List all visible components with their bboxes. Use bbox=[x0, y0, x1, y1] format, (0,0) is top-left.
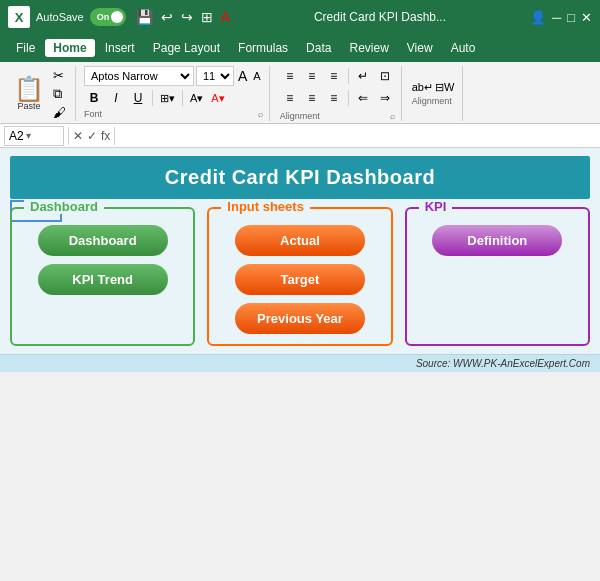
alignment-group-dialog[interactable]: ⌕ bbox=[390, 111, 395, 121]
menu-insert[interactable]: Insert bbox=[97, 39, 143, 57]
cell-ref-dropdown[interactable]: ▾ bbox=[26, 130, 31, 141]
title-bar-icons: 💾 ↩ ↪ ⊞ A bbox=[136, 9, 230, 25]
confirm-formula-icon[interactable]: ✓ bbox=[87, 129, 97, 143]
menu-view[interactable]: View bbox=[399, 39, 441, 57]
maximize-icon[interactable]: □ bbox=[567, 10, 575, 25]
formula-icons: ✕ ✓ fx bbox=[73, 129, 110, 143]
menu-formulas[interactable]: Formulas bbox=[230, 39, 296, 57]
align-right-button[interactable]: ≡ bbox=[324, 88, 344, 108]
input-panel-buttons: Actual Target Previous Year bbox=[219, 221, 380, 334]
formula-divider bbox=[68, 127, 69, 145]
source-text: Source: WWW.PK-AnExcelExpert.Com bbox=[416, 358, 590, 369]
content-area: Dashboard Dashboard KPI Trend Input shee… bbox=[0, 199, 600, 354]
title-bar-right: 👤 ─ □ ✕ bbox=[530, 10, 592, 25]
source-bar: Source: WWW.PK-AnExcelExpert.Com bbox=[0, 354, 600, 372]
definition-button[interactable]: Definition bbox=[432, 225, 562, 256]
copy-button[interactable]: ⧉ bbox=[50, 85, 69, 103]
kpi-panel: KPI Definition bbox=[405, 207, 590, 346]
menu-home[interactable]: Home bbox=[45, 39, 94, 57]
dashboard-header: Credit Card KPI Dashboard bbox=[10, 156, 590, 199]
paste-icon: 📋 bbox=[14, 77, 44, 101]
undo-icon[interactable]: ↩ bbox=[161, 9, 173, 25]
dashboard-button[interactable]: Dashboard bbox=[38, 225, 168, 256]
spreadsheet-area: Credit Card KPI Dashboard Dashboard Dash… bbox=[0, 148, 600, 372]
menu-auto[interactable]: Auto bbox=[443, 39, 484, 57]
dashboard-panel-buttons: Dashboard KPI Trend bbox=[22, 221, 183, 295]
align-top-button[interactable]: ≡ bbox=[280, 66, 300, 86]
target-button[interactable]: Target bbox=[235, 264, 365, 295]
bold-button[interactable]: B bbox=[84, 88, 104, 108]
number-format-button[interactable]: ab↵ bbox=[412, 81, 433, 94]
input-panel-title: Input sheets bbox=[221, 199, 310, 214]
user-icon[interactable]: 👤 bbox=[530, 10, 546, 25]
menu-bar: File Home Insert Page Layout Formulas Da… bbox=[0, 34, 600, 62]
grid-icon[interactable]: ⊞ bbox=[201, 9, 213, 25]
wrap-merge-group: ab↵ ⊟W Alignment bbox=[404, 66, 464, 121]
kpi-panel-title: KPI bbox=[419, 199, 453, 214]
font-increase-button[interactable]: A bbox=[236, 68, 249, 84]
indent-decrease-button[interactable]: ⇐ bbox=[353, 88, 373, 108]
toggle-knob bbox=[111, 11, 123, 23]
menu-data[interactable]: Data bbox=[298, 39, 339, 57]
align-middle-button[interactable]: ≡ bbox=[302, 66, 322, 86]
highlight-button[interactable]: A▾ bbox=[187, 91, 206, 106]
window-title: Credit Card KPI Dashb... bbox=[236, 10, 524, 24]
font-group-dialog[interactable]: ⌕ bbox=[258, 109, 263, 119]
autosave-label: AutoSave bbox=[36, 11, 84, 23]
alignment-label2: Alignment bbox=[412, 96, 455, 106]
kpi-panel-buttons: Definition bbox=[417, 221, 578, 256]
font-group: Aptos Narrow 11 A A B I U ⊞▾ A▾ A▾ Font bbox=[82, 66, 270, 121]
formula-input[interactable] bbox=[119, 126, 596, 146]
kpi-trend-button[interactable]: KPI Trend bbox=[38, 264, 168, 295]
title-bar: X AutoSave On 💾 ↩ ↪ ⊞ A Credit Card KPI … bbox=[0, 0, 600, 34]
alignment-group: ≡ ≡ ≡ ↵ ⊡ ≡ ≡ ≡ ⇐ ⇒ Alignment ⌕ bbox=[274, 66, 402, 121]
indent-increase-button[interactable]: ⇒ bbox=[375, 88, 395, 108]
italic-button[interactable]: I bbox=[106, 88, 126, 108]
font-decrease-button[interactable]: A bbox=[251, 70, 262, 82]
previous-year-button[interactable]: Previous Year bbox=[235, 303, 365, 334]
dashboard-panel-title: Dashboard bbox=[24, 199, 104, 214]
font-family-select[interactable]: Aptos Narrow bbox=[84, 66, 194, 86]
format-painter-button[interactable]: 🖌 bbox=[50, 104, 69, 121]
align-bottom-button[interactable]: ≡ bbox=[324, 66, 344, 86]
font-color-button[interactable]: A▾ bbox=[208, 91, 227, 106]
paste-button[interactable]: 📋 Paste bbox=[8, 66, 50, 121]
menu-review[interactable]: Review bbox=[341, 39, 396, 57]
minimize-icon[interactable]: ─ bbox=[552, 10, 561, 25]
ribbon: 📋 Paste ✂ ⧉ 🖌 Aptos Narrow 11 A A bbox=[0, 62, 600, 124]
cell-reference-box[interactable]: A2 ▾ bbox=[4, 126, 64, 146]
align-center-button[interactable]: ≡ bbox=[302, 88, 322, 108]
borders-button[interactable]: ⊞▾ bbox=[157, 91, 178, 106]
autosave-state: On bbox=[97, 12, 110, 22]
underline-button[interactable]: U bbox=[128, 88, 148, 108]
redo-icon[interactable]: ↪ bbox=[181, 9, 193, 25]
cut-button[interactable]: ✂ bbox=[50, 67, 69, 84]
actual-button[interactable]: Actual bbox=[235, 225, 365, 256]
font-size-select[interactable]: 11 bbox=[196, 66, 234, 86]
dashboard-title: Credit Card KPI Dashboard bbox=[165, 166, 435, 188]
input-panel: Input sheets Actual Target Previous Year bbox=[207, 207, 392, 346]
font-color-icon[interactable]: A bbox=[221, 9, 230, 25]
font-group-label: Font bbox=[84, 109, 102, 119]
wrap-text-button[interactable]: ↵ bbox=[353, 66, 373, 86]
formula-bar: A2 ▾ ✕ ✓ fx bbox=[0, 124, 600, 148]
clipboard-right: ✂ ⧉ 🖌 bbox=[50, 66, 69, 121]
clipboard-group: 📋 Paste ✂ ⧉ 🖌 bbox=[8, 66, 76, 121]
alignment-group-label: Alignment bbox=[280, 111, 320, 121]
autosave-toggle[interactable]: On bbox=[90, 8, 126, 26]
menu-file[interactable]: File bbox=[8, 39, 43, 57]
formula-divider2 bbox=[114, 127, 115, 145]
merge-button[interactable]: ⊡ bbox=[375, 66, 395, 86]
excel-logo: X bbox=[8, 6, 30, 28]
paste-label: Paste bbox=[17, 101, 40, 111]
insert-function-icon[interactable]: fx bbox=[101, 129, 110, 143]
cancel-formula-icon[interactable]: ✕ bbox=[73, 129, 83, 143]
align-left-button[interactable]: ≡ bbox=[280, 88, 300, 108]
merge-center-button[interactable]: ⊟W bbox=[435, 81, 454, 94]
menu-page-layout[interactable]: Page Layout bbox=[145, 39, 228, 57]
close-icon[interactable]: ✕ bbox=[581, 10, 592, 25]
dashboard-panel: Dashboard Dashboard KPI Trend bbox=[10, 207, 195, 346]
save-icon[interactable]: 💾 bbox=[136, 9, 153, 25]
